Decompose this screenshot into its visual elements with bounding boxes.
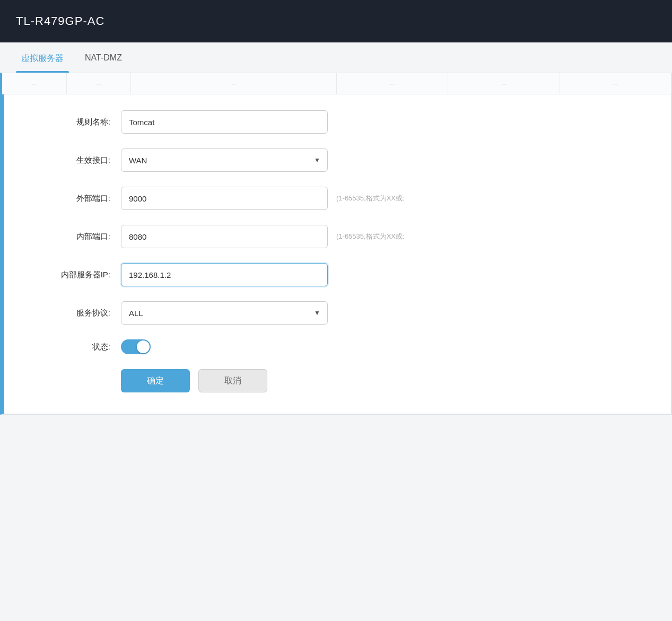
table-col-5: -- [448, 73, 560, 94]
table-col-4: -- [337, 73, 448, 94]
status-label: 状态: [36, 342, 121, 352]
int-port-input[interactable] [121, 225, 328, 248]
rule-name-label: 规则名称: [36, 117, 121, 127]
table-col-3: -- [131, 73, 337, 94]
ext-port-input[interactable] [121, 187, 328, 210]
interface-select[interactable]: WAN WAN2 WAN3 [121, 148, 328, 172]
form-container: 规则名称: 生效接口: WAN WAN2 WAN3 ▼ 外部端口: [2, 94, 671, 414]
status-row: 状态: [36, 339, 639, 354]
tab-virtual-server[interactable]: 虚拟服务器 [16, 42, 80, 73]
cancel-button[interactable]: 取消 [198, 369, 267, 392]
server-ip-label: 内部服务器IP: [36, 270, 121, 280]
protocol-select-wrapper: ALL TCP UDP TCP/UDP ▼ [121, 301, 328, 325]
tabs-bar: 虚拟服务器 NAT-DMZ [0, 42, 672, 73]
tab-nat-dmz[interactable]: NAT-DMZ [80, 42, 138, 73]
int-port-row: 内部端口: (1-65535,格式为XX或: [36, 225, 639, 248]
confirm-button[interactable]: 确定 [121, 369, 190, 392]
protocol-select[interactable]: ALL TCP UDP TCP/UDP [121, 301, 328, 325]
table-col-2: -- [67, 73, 132, 94]
protocol-label: 服务协议: [36, 308, 121, 318]
ext-port-hint: (1-65535,格式为XX或: [336, 194, 405, 203]
status-toggle-wrapper [121, 339, 151, 354]
int-port-label: 内部端口: [36, 232, 121, 242]
button-row: 确定 取消 [36, 369, 639, 392]
status-toggle[interactable] [121, 339, 151, 354]
rule-name-row: 规则名称: [36, 110, 639, 134]
rule-name-input[interactable] [121, 110, 328, 134]
server-ip-row: 内部服务器IP: [36, 263, 639, 286]
table-area: -- -- -- -- -- -- 规则名称: 生效接口: WAN WAN2 [0, 73, 672, 415]
table-col-6: -- [560, 73, 671, 94]
header: TL-R479GP-AC [0, 0, 672, 42]
interface-row: 生效接口: WAN WAN2 WAN3 ▼ [36, 148, 639, 172]
header-title: TL-R479GP-AC [16, 14, 104, 28]
main-content: 虚拟服务器 NAT-DMZ -- -- -- -- -- -- 规则名称: 生效… [0, 42, 672, 621]
table-header-row: -- -- -- -- -- -- [2, 73, 671, 94]
interface-select-wrapper: WAN WAN2 WAN3 ▼ [121, 148, 328, 172]
protocol-row: 服务协议: ALL TCP UDP TCP/UDP ▼ [36, 301, 639, 325]
ext-port-label: 外部端口: [36, 194, 121, 204]
toggle-knob [137, 340, 150, 353]
table-col-1: -- [2, 73, 67, 94]
interface-label: 生效接口: [36, 155, 121, 165]
ext-port-row: 外部端口: (1-65535,格式为XX或: [36, 187, 639, 210]
server-ip-input[interactable] [121, 263, 328, 286]
int-port-hint: (1-65535,格式为XX或: [336, 232, 405, 241]
